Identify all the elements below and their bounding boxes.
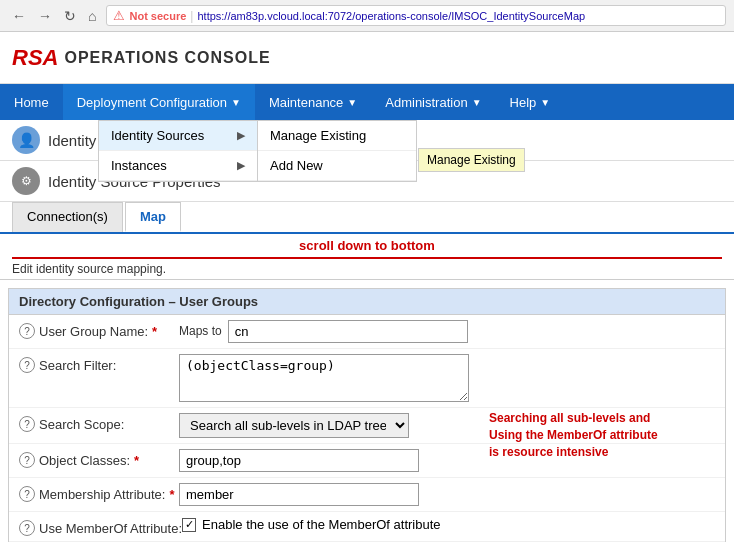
section-header: Directory Configuration – User Groups xyxy=(9,289,725,315)
row-use-memberof-attribute: ? Use MemberOf Attribute: ✓ Enable the u… xyxy=(9,512,725,542)
not-secure-label: Not secure xyxy=(129,10,186,22)
nav-item-help[interactable]: Help ▼ xyxy=(496,84,565,120)
row-user-group-name: ? User Group Name: * Maps to xyxy=(9,315,725,349)
back-button[interactable]: ← xyxy=(8,6,30,26)
dropdown-menu: Identity Sources ▶ Instances ▶ Manage Ex… xyxy=(98,120,417,182)
required-star-object-classes: * xyxy=(134,453,139,468)
checkbox-icon[interactable]: ✓ xyxy=(182,518,196,532)
input-object-classes[interactable] xyxy=(179,449,419,472)
dropdown-col2: Manage Existing Add New xyxy=(257,120,417,182)
help-arrow-icon: ▼ xyxy=(540,97,550,108)
callout-text: Searching all sub-levels and Using the M… xyxy=(489,410,669,460)
required-star-membership-attribute: * xyxy=(169,487,174,502)
nav-item-home[interactable]: Home xyxy=(0,84,63,120)
label-user-group-name: ? User Group Name: * xyxy=(19,320,179,339)
label-search-scope: ? Search Scope: xyxy=(19,413,179,432)
checkbox-label-use-memberof: Enable the use of the MemberOf attribute xyxy=(202,517,440,532)
required-star-user-group-name: * xyxy=(152,324,157,339)
help-icon-search-filter[interactable]: ? xyxy=(19,357,35,373)
dropdown-instances[interactable]: Instances ▶ xyxy=(99,151,257,181)
input-user-group-name[interactable] xyxy=(228,320,468,343)
row-membership-attribute: ? Membership Attribute: * xyxy=(9,478,725,512)
scroll-note: scroll down to bottom xyxy=(12,234,722,259)
row-search-scope: ? Search Scope: Search all sub-levels in… xyxy=(9,408,725,444)
nav-item-administration[interactable]: Administration ▼ xyxy=(371,84,495,120)
edit-note: Edit identity source mapping. xyxy=(0,259,734,280)
nav-item-deployment[interactable]: Deployment Configuration ▼ xyxy=(63,84,255,120)
instances-arrow-icon: ▶ xyxy=(237,159,245,172)
url-text: https://am83p.vcloud.local:7072/operatio… xyxy=(197,10,585,22)
gear-icon: ⚙ xyxy=(12,167,40,195)
rsa-logo: RSA xyxy=(12,45,58,71)
input-membership-attribute[interactable] xyxy=(179,483,419,506)
app-title: OPERATIONS CONSOLE xyxy=(64,49,270,67)
label-object-classes: ? Object Classes: * xyxy=(19,449,179,468)
dropdown-identity-sources[interactable]: Identity Sources ▶ xyxy=(99,121,257,151)
app-header: RSA OPERATIONS CONSOLE xyxy=(0,32,734,84)
address-bar[interactable]: ⚠ Not secure | https://am83p.vcloud.loca… xyxy=(106,5,726,26)
help-icon-search-scope[interactable]: ? xyxy=(19,416,35,432)
help-icon-object-classes[interactable]: ? xyxy=(19,452,35,468)
browser-nav: ← → ↻ ⌂ xyxy=(8,6,100,26)
home-button[interactable]: ⌂ xyxy=(84,6,100,26)
refresh-button[interactable]: ↻ xyxy=(60,6,80,26)
label-use-memberof-attribute: ? Use MemberOf Attribute: xyxy=(19,517,182,536)
checkbox-use-memberof: ✓ Enable the use of the MemberOf attribu… xyxy=(182,517,440,532)
input-search-filter[interactable]: (objectClass=group) xyxy=(179,354,469,402)
maps-to-label: Maps to xyxy=(179,324,222,338)
label-search-filter: ? Search Filter: xyxy=(19,354,179,373)
form-section: Directory Configuration – User Groups ? … xyxy=(8,288,726,542)
dropdown-manage-existing[interactable]: Manage Existing xyxy=(258,121,416,151)
select-search-scope[interactable]: Search all sub-levels in LDAP tree Searc… xyxy=(179,413,409,438)
forward-button[interactable]: → xyxy=(34,6,56,26)
administration-arrow-icon: ▼ xyxy=(472,97,482,108)
tabs-container: Connection(s) Map xyxy=(0,202,734,234)
dropdown-tooltip: Manage Existing xyxy=(418,148,525,172)
nav-bar: Home Deployment Configuration ▼ Maintena… xyxy=(0,84,734,120)
label-membership-attribute: ? Membership Attribute: * xyxy=(19,483,179,502)
help-icon-membership-attribute[interactable]: ? xyxy=(19,486,35,502)
dropdown-add-new[interactable]: Add New xyxy=(258,151,416,181)
identity-sources-arrow-icon: ▶ xyxy=(237,129,245,142)
dropdown-col1: Identity Sources ▶ Instances ▶ xyxy=(98,120,258,182)
deployment-arrow-icon: ▼ xyxy=(231,97,241,108)
browser-bar: ← → ↻ ⌂ ⚠ Not secure | https://am83p.vcl… xyxy=(0,0,734,32)
tab-map[interactable]: Map xyxy=(125,202,181,232)
nav-item-maintenance[interactable]: Maintenance ▼ xyxy=(255,84,371,120)
row-search-filter: ? Search Filter: (objectClass=group) xyxy=(9,349,725,408)
form-rows: ? User Group Name: * Maps to ? Search Fi… xyxy=(9,315,725,542)
maintenance-arrow-icon: ▼ xyxy=(347,97,357,108)
person-icon: 👤 xyxy=(12,126,40,154)
help-icon-user-group-name[interactable]: ? xyxy=(19,323,35,339)
tab-connections[interactable]: Connection(s) xyxy=(12,202,123,232)
help-icon-use-memberof[interactable]: ? xyxy=(19,520,35,536)
